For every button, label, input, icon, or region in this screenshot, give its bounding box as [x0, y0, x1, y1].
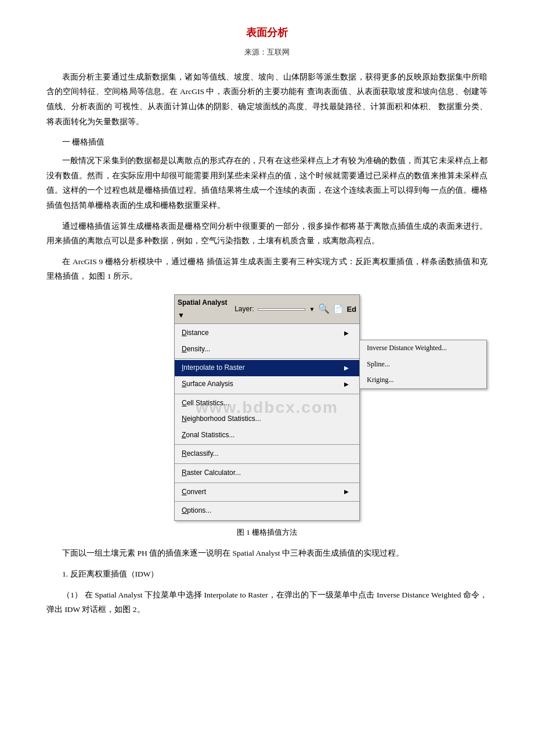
menu-item-zonal[interactable]: Zonal Statistics...: [175, 427, 359, 444]
submenu-arrow-interpolate: ▶: [344, 363, 349, 373]
page-title: 表面分析: [46, 23, 488, 42]
para-figure-note: 下面以一组土壤元素 PH 值的插值来逐一说明在 Spatial Analyst …: [46, 546, 488, 561]
menu-item-interpolate[interactable]: Interpolate to Raster ▶: [175, 360, 359, 376]
menu-sep-2: [175, 394, 359, 394]
submenu-arrow-distance: ▶: [344, 328, 349, 339]
menu-item-distance[interactable]: Distance ▶: [175, 325, 359, 341]
menu-item-options[interactable]: Options...: [175, 503, 359, 519]
toolbar-icon-page[interactable]: 📄: [333, 302, 343, 316]
menu-item-cell-stats[interactable]: Cell Statistics...: [175, 395, 359, 412]
menu-item-convert[interactable]: Convert ▶: [175, 484, 359, 501]
dropdown-arrow: ▼: [309, 304, 315, 315]
submenu-item-kriging[interactable]: Kriging...: [360, 372, 486, 388]
submenu-arrow-surface: ▶: [344, 379, 349, 390]
menu-items-list: Distance ▶ Density... Interpolate to Ras…: [175, 324, 359, 520]
menu-sep-3: [175, 444, 359, 445]
menu-item-raster-calc[interactable]: Raster Calculator...: [175, 465, 359, 481]
section1-title: 1. 反距离权重插值（IDW）: [46, 567, 488, 582]
para-intro: 表面分析主要通过生成新数据集，诸如等值线、坡度、坡向、山体阴影等派生数据，获得更…: [46, 70, 488, 129]
spatial-analyst-label[interactable]: Spatial Analyst ▼: [178, 297, 231, 322]
menu-item-reclassify[interactable]: Reclassify...: [175, 446, 359, 462]
menu-toolbar: Spatial Analyst ▼ Layer: ▼ 🔍 📄 Ed: [175, 295, 359, 324]
menu-item-surface[interactable]: Surface Analysis ▶: [175, 376, 359, 393]
toolbar-icon-magnify[interactable]: 🔍: [318, 301, 330, 318]
menu-sep-6: [175, 501, 359, 502]
figure-1: Spatial Analyst ▼ Layer: ▼ 🔍 📄 Ed Distan…: [46, 294, 488, 539]
section-raster-interp: 一 栅格插值: [46, 135, 488, 150]
submenu-interpolate: Inverse Distance Weighted... Spline... K…: [359, 340, 487, 389]
toolbar-edit-label[interactable]: Ed: [347, 303, 356, 316]
submenu-arrow-convert: ▶: [344, 487, 349, 497]
layer-dropdown[interactable]: [258, 308, 306, 311]
para-raster-interp-1: 一般情况下采集到的数据都是以离散点的形式存在的，只有在这些采样点上才有较为准确的…: [46, 153, 488, 213]
source-line: 来源：互联网: [46, 45, 488, 59]
submenu-item-spline[interactable]: Spline...: [360, 357, 486, 373]
layer-label: Layer:: [234, 303, 254, 316]
para-raster-interp-2: 通过栅格插值运算生成栅格表面是栅格空间分析中很重要的一部分，很多操作都将基于离散…: [46, 219, 488, 249]
menu-item-neighborhood[interactable]: Neighborhood Statistics...: [175, 411, 359, 427]
menu-sep-1: [175, 358, 359, 359]
menu-sep-4: [175, 463, 359, 464]
submenu-item-idw[interactable]: Inverse Distance Weighted...: [360, 340, 486, 357]
menu-ui: Spatial Analyst ▼ Layer: ▼ 🔍 📄 Ed Distan…: [174, 294, 360, 521]
menu-sep-5: [175, 483, 359, 483]
section1-para: （1） 在 Spatial Analyst 下拉菜单中选择 Interpolat…: [46, 588, 488, 617]
menu-item-density[interactable]: Density...: [175, 341, 359, 358]
para-raster-interp-3: 在 ArcGIS 9 栅格分析模块中，通过栅格 插值运算生成表面主要有三种实现方…: [46, 254, 488, 284]
figure-1-caption: 图 1 栅格插值方法: [237, 525, 297, 539]
